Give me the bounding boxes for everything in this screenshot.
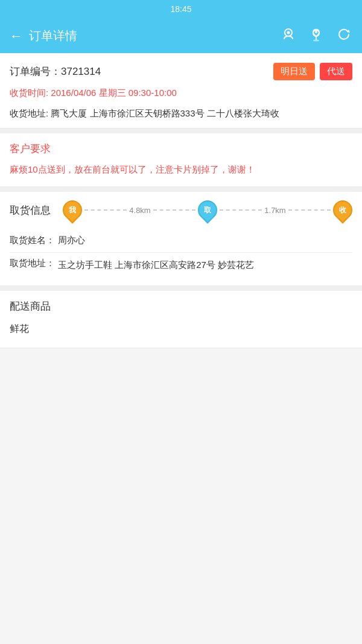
svg-point-1 <box>287 31 290 34</box>
pin-delivery-icon: 收 <box>329 196 356 223</box>
proxy-delivery-badge[interactable]: 代送 <box>320 63 352 80</box>
badge-group: 明日送 代送 <box>273 63 352 80</box>
pin-pickup: 取 <box>198 200 217 220</box>
location-icon[interactable] <box>308 26 325 46</box>
divider-2 <box>0 187 362 192</box>
customer-section-title: 客户要求 <box>10 142 352 156</box>
pin-me: 我 <box>63 200 82 220</box>
pickup-header: 取货信息 我 4.8km 取 <box>10 200 352 220</box>
service-icon[interactable] <box>280 26 297 46</box>
order-id: 订单编号：3721314 <box>10 65 101 78</box>
pickup-name-value: 周亦心 <box>58 233 85 247</box>
goods-item: 鲜花 <box>10 319 352 339</box>
delivery-time: 收货时间: 2016/04/06 星期三 09:30-10:00 <box>10 88 352 99</box>
customer-note: 麻烦10点送到，放在前台就可以了，注意卡片别掉了，谢谢！ <box>10 162 352 181</box>
distance-1: 4.8km <box>127 206 153 215</box>
pickup-section: 取货信息 我 4.8km 取 <box>0 192 362 286</box>
back-button[interactable]: ← <box>10 30 23 43</box>
order-section: 订单编号：3721314 明日送 代送 收货时间: 2016/04/06 星期三… <box>0 53 362 129</box>
customer-section: 客户要求 麻烦10点送到，放在前台就可以了，注意卡片别掉了，谢谢！ <box>0 133 362 188</box>
pickup-address-value: 玉之坊手工鞋 上海市徐汇区高安路27号 妙芸花艺 <box>58 258 254 272</box>
route-segment-1: 4.8km <box>82 206 198 215</box>
pin-pickup-icon: 取 <box>194 196 221 223</box>
divider-3 <box>0 286 362 291</box>
distance-2: 1.7km <box>262 206 288 215</box>
header-icons <box>280 26 352 46</box>
pickup-name-row: 取货姓名： 周亦心 <box>10 228 352 253</box>
tomorrow-delivery-badge[interactable]: 明日送 <box>273 63 315 80</box>
status-bar: 18:45 <box>0 0 362 19</box>
route-map: 我 4.8km 取 1.7km <box>63 200 352 220</box>
delivery-address: 收货地址: 腾飞大厦 上海市徐汇区天钥桥路333号 二十八楼张大琦收 <box>10 106 352 121</box>
status-time: 18:45 <box>170 4 191 14</box>
goods-section: 配送商品 鲜花 <box>0 291 362 348</box>
pickup-name-label: 取货姓名： <box>10 235 58 246</box>
pickup-section-title: 取货信息 <box>10 203 51 217</box>
pin-me-icon: 我 <box>59 196 86 223</box>
page-title: 订单详情 <box>29 28 280 44</box>
header: ← 订单详情 <box>0 19 362 53</box>
pickup-address-row: 取货地址： 玉之坊手工鞋 上海市徐汇区高安路27号 妙芸花艺 <box>10 253 352 277</box>
pickup-address-label: 取货地址： <box>10 258 58 269</box>
route-segment-2: 1.7km <box>217 206 333 215</box>
order-id-row: 订单编号：3721314 明日送 代送 <box>10 63 352 80</box>
pin-delivery: 收 <box>333 200 352 220</box>
svg-point-3 <box>315 31 317 33</box>
goods-section-title: 配送商品 <box>10 299 352 313</box>
refresh-icon[interactable] <box>335 26 352 46</box>
divider-1 <box>0 129 362 133</box>
